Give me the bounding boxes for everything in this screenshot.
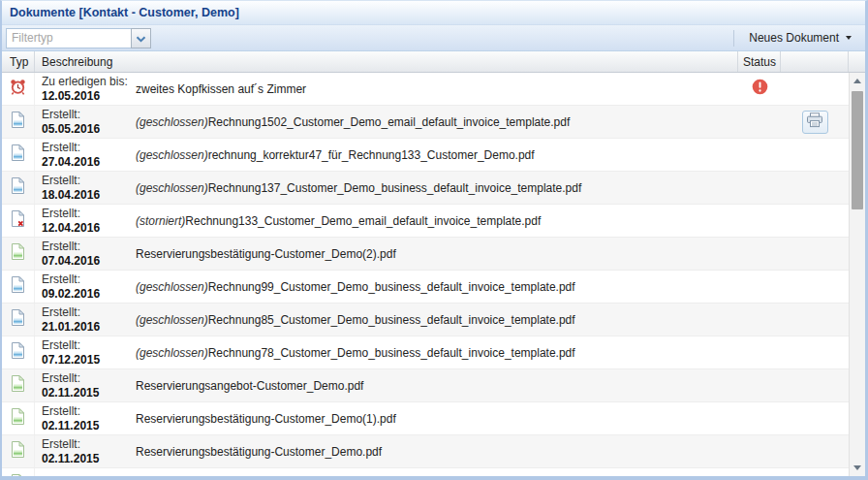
table-row[interactable]: Erstellt: 02.11.2015 Reservierungsangebo… (2, 369, 849, 402)
new-document-label: Neues Dokument (749, 31, 839, 45)
date-block: Erstellt: 12.04.2016 (35, 207, 136, 236)
description-cell: Erstellt: 07.12.2015 (geschlossen)Rechnu… (35, 336, 738, 368)
date-block: Erstellt: 18.04.2016 (35, 174, 136, 203)
document-filename: Rechnung1502_Customer_Demo_email_default… (208, 115, 571, 129)
document-description: (geschlossen)Rechnung99_Customer_Demo_bu… (136, 280, 575, 294)
scrollbar-thumb[interactable] (852, 91, 863, 209)
table-header: Typ Beschreibung Status (2, 51, 865, 73)
document-filename: Rechnung99_Customer_Demo_business_defaul… (208, 280, 575, 294)
type-cell (2, 271, 35, 303)
arrow-down-icon (853, 465, 861, 470)
document-filename: Reservierungsbestätigung-Customer_Demo.p… (136, 445, 382, 459)
table-row[interactable]: Erstellt: 07.04.2016 Reservierungsbestät… (2, 238, 849, 271)
document-green-icon (11, 473, 25, 476)
table-row[interactable]: Zu erledigen bis: 12.05.2016 zweites Kop… (2, 73, 849, 106)
action-cell (781, 304, 849, 336)
date-label: Erstellt: (42, 141, 136, 155)
table-row[interactable]: Erstellt: 02.11.2015 Reservierungsbestät… (2, 435, 849, 468)
type-cell (2, 369, 35, 401)
status-prefix: (geschlossen) (136, 313, 208, 327)
header-scrollbar-spacer (849, 51, 865, 72)
date-label: Erstellt: (42, 338, 136, 353)
date-label: Erstellt: (42, 174, 136, 188)
action-cell (781, 271, 849, 303)
type-cell (2, 73, 35, 105)
date-label: Zu erledigen bis: (42, 75, 136, 89)
column-header-actions[interactable] (781, 51, 849, 72)
grid-rows: Zu erledigen bis: 12.05.2016 zweites Kop… (2, 73, 849, 476)
status-cell (738, 238, 781, 270)
document-description: (geschlossen)Rechnung78_Customer_Demo_bu… (136, 346, 575, 360)
action-cell (781, 238, 849, 270)
document-blue-icon (11, 275, 25, 298)
action-cell (781, 402, 849, 434)
document-filename: rechnung_korrektur47_für_Rechnung133_Cus… (208, 148, 535, 162)
action-cell (781, 172, 849, 204)
document-green-icon (11, 242, 25, 265)
table-row[interactable]: Erstellt: 07.12.2015 (geschlossen)Rechnu… (2, 336, 849, 369)
action-cell (781, 205, 849, 237)
status-prefix: (geschlossen) (136, 280, 208, 294)
document-filename: Rechnung78_Customer_Demo_business_defaul… (208, 346, 575, 360)
document-description: Reservierungsangebot-Customer_Demo.pdf (136, 379, 363, 393)
document-blue-icon (11, 308, 25, 331)
date-block: Erstellt: 09.02.2016 (35, 272, 136, 302)
type-cell (2, 238, 35, 270)
date-block: Erstellt: 07.04.2016 (35, 240, 136, 269)
date-value: 18.04.2016 (42, 188, 136, 203)
date-block: Erstellt: 27.04.2016 (35, 141, 136, 170)
date-block: Erstellt: 02.11.2015 (35, 371, 136, 400)
document-cancelled-icon (11, 209, 25, 232)
vertical-scrollbar[interactable] (849, 73, 865, 476)
print-button[interactable] (802, 111, 828, 134)
document-blue-icon (11, 111, 25, 133)
table-row[interactable]: Erstellt: 05.05.2016 (geschlossen)Rechnu… (2, 106, 849, 139)
status-cell (738, 402, 781, 434)
filter-type-combo (6, 28, 151, 48)
column-header-typ[interactable]: Typ (2, 51, 35, 72)
document-description: (geschlossen)Rechnung137_Customer_Demo_b… (136, 181, 581, 195)
printer-icon (806, 112, 823, 131)
document-filename: Rechnung137_Customer_Demo_business_defau… (208, 181, 582, 195)
table-row[interactable]: Erstellt: (2, 468, 849, 476)
table-row[interactable]: Erstellt: 21.01.2016 (geschlossen)Rechnu… (2, 304, 849, 336)
table-row[interactable]: Erstellt: 27.04.2016 (geschlossen)rechnu… (2, 139, 849, 172)
status-cell (738, 73, 781, 105)
filter-type-input[interactable] (6, 28, 131, 48)
scroll-down-button[interactable] (850, 460, 865, 476)
arrow-up-icon (853, 79, 861, 83)
status-cell (738, 205, 781, 237)
new-document-button[interactable]: Neues Dokument (741, 27, 861, 48)
description-cell: Erstellt: 18.04.2016 (geschlossen)Rechnu… (35, 172, 738, 204)
table-row[interactable]: Erstellt: 09.02.2016 (geschlossen)Rechnu… (2, 271, 849, 304)
document-description: Reservierungsbestätigung-Customer_Demo(1… (136, 412, 396, 426)
date-label: Erstellt: (42, 437, 136, 452)
scroll-up-button[interactable] (850, 73, 865, 89)
date-label: Erstellt: (42, 207, 136, 221)
window-titlebar[interactable]: Dokumente [Kontakt - Customer, Demo] (2, 1, 865, 25)
description-cell: Erstellt: 02.11.2015 Reservierungsbestät… (35, 435, 738, 467)
document-filename: Reservierungsangebot-Customer_Demo.pdf (136, 379, 363, 393)
document-filename: Rechnung133_Customer_Demo_email_default_… (185, 214, 541, 228)
alarm-clock-icon (9, 78, 27, 100)
date-label: Erstellt: (42, 404, 136, 419)
table-row[interactable]: Erstellt: 12.04.2016 (storniert)Rechnung… (2, 205, 849, 238)
status-cell (738, 369, 781, 401)
status-cell (738, 139, 781, 171)
action-cell (781, 139, 849, 171)
column-header-status[interactable]: Status (738, 51, 781, 72)
filter-type-dropdown-trigger[interactable] (131, 28, 151, 48)
status-cell (738, 304, 781, 336)
date-value: 02.11.2015 (42, 386, 136, 400)
column-header-beschreibung[interactable]: Beschreibung (35, 51, 738, 72)
status-cell (738, 435, 781, 467)
date-value: 02.11.2015 (42, 452, 136, 466)
table-row[interactable]: Erstellt: 18.04.2016 (geschlossen)Rechnu… (2, 172, 849, 205)
date-label: Erstellt: (42, 371, 136, 386)
document-blue-icon (11, 176, 25, 199)
table-row[interactable]: Erstellt: 02.11.2015 Reservierungsbestät… (2, 402, 849, 435)
date-value: 27.04.2016 (42, 155, 136, 170)
type-cell (2, 304, 35, 336)
document-filename: Rechnung85_Customer_Demo_business_defaul… (208, 313, 575, 327)
date-block: Erstellt: 05.05.2016 (35, 108, 136, 137)
